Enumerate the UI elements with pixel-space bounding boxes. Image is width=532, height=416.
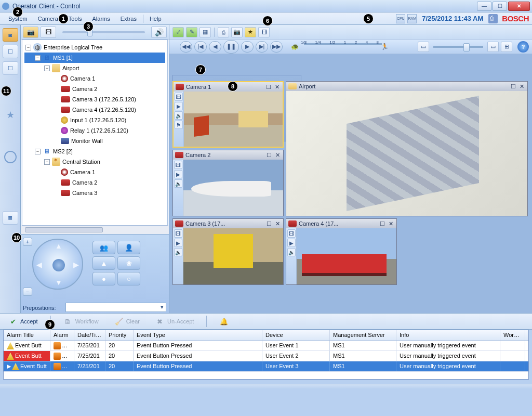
close-button[interactable] (508, 2, 530, 11)
ptz-right-icon[interactable]: ▶ (73, 261, 79, 269)
alarm-clear-button[interactable]: 🧹 Clear (111, 315, 143, 328)
tree-airport[interactable]: − Airport (24, 63, 165, 73)
col-priority[interactable]: Priority (105, 330, 134, 340)
favorite-add-icon[interactable]: ★ (245, 27, 256, 37)
tree-ms2-cam3[interactable]: Camera 3 (24, 188, 165, 198)
live-icon[interactable]: 🎞 (174, 161, 182, 169)
fullscreen-icon[interactable]: ⤢ (172, 27, 184, 37)
tree-relay1[interactable]: Relay 1 (172.26.5.120) (24, 125, 165, 136)
tree-toolbar-film-icon[interactable]: 🎞 (41, 27, 56, 38)
ptz-center[interactable] (52, 259, 65, 271)
tree-h-scrollbar[interactable] (21, 226, 169, 234)
pane-dock-icon[interactable]: ☐ (379, 220, 386, 227)
pane-dock-icon[interactable]: ☐ (510, 83, 517, 90)
video-pane-camera-2[interactable]: Camera 2 ☐✕ 🎞 ▶ 🔈 (172, 150, 284, 216)
pane-close-icon[interactable]: ✕ (387, 220, 394, 227)
print-icon[interactable] (488, 14, 498, 23)
side-tab-props[interactable]: ☐ (3, 61, 18, 75)
video-pane-camera-1[interactable]: Camera 1 ☐✕ 🎞 ▶ 🔈 ⚑ 8 (172, 81, 284, 148)
alarm-unaccept-button[interactable]: ✖ Un-Accept (152, 315, 197, 328)
col-alarm[interactable]: Alarm (50, 330, 74, 340)
step-back-button[interactable]: |◀ (194, 41, 207, 53)
pane-close-icon[interactable]: ✕ (518, 83, 525, 90)
pane-dock-icon[interactable]: ☐ (265, 220, 273, 227)
print-layout-icon[interactable]: ⎙ (218, 27, 229, 37)
col-datetime[interactable]: Date/Time (74, 330, 105, 340)
ptz-nearfocus-icon[interactable]: 👥 (92, 241, 115, 254)
collapse-icon[interactable]: − (44, 66, 50, 71)
edit-icon[interactable]: ✎ (186, 27, 197, 37)
favorites-icon[interactable]: ★ (6, 109, 15, 121)
col-event-type[interactable]: Event Type (134, 330, 262, 340)
flag-icon[interactable]: ⚑ (175, 121, 183, 129)
snapshot-icon[interactable]: 📷 (231, 27, 243, 37)
prepositions-combo[interactable] (65, 303, 166, 312)
col-info[interactable]: Info (396, 330, 500, 340)
alarm-workflow-button[interactable]: 🗎 Workflow (60, 315, 102, 328)
compass-icon[interactable] (4, 151, 17, 163)
tree-volume-slider[interactable] (62, 31, 145, 33)
tree-input1[interactable]: Input 1 (172.26.5.120) (24, 115, 165, 125)
sequence-icon[interactable]: 🎞 (258, 27, 270, 37)
tree-ms2-cam2[interactable]: Camera 2 (24, 177, 165, 188)
alarm-row[interactable]: Event Butt Acti 7/25/201 20 Event Button… (4, 341, 528, 351)
alarm-row[interactable]: Event Butt Acti 7/25/201 20 Event Button… (4, 351, 528, 361)
map-pane-airport[interactable]: Airport ☐✕ (286, 81, 528, 216)
ptz-iris-close-icon[interactable]: ❀ (117, 256, 140, 270)
record-icon[interactable]: ▶ (174, 239, 182, 247)
play-pause-button[interactable]: ❚❚ (223, 40, 239, 54)
layout-small-icon[interactable]: ▭ (418, 42, 429, 52)
collapse-icon[interactable]: − (35, 55, 41, 61)
map-image[interactable] (286, 91, 527, 216)
pane-close-icon[interactable]: ✕ (274, 152, 281, 159)
tree-monitor-wall[interactable]: Monitor Wall (24, 136, 165, 146)
tree-cam4[interactable]: Camera 4 (172.26.5.120) (24, 105, 165, 115)
alarm-accept-button[interactable]: ✔ Accept (5, 315, 41, 328)
ptz-zoom-in[interactable]: + (23, 238, 32, 246)
alarm-row-selected[interactable]: ▶Event Butt Acti 7/25/201 20 Event Butto… (4, 361, 528, 372)
collapse-icon[interactable]: − (35, 149, 41, 154)
forward-button[interactable]: ▶ (241, 41, 254, 53)
ptz-iris-open-icon[interactable]: ▲ (92, 256, 115, 270)
live-icon[interactable]: 🎞 (175, 93, 183, 101)
tree-cam1[interactable]: Camera 1 (24, 73, 165, 84)
ptz-up-icon[interactable]: ▲ (55, 242, 62, 250)
col-management-server[interactable]: Management Server (330, 330, 396, 340)
help-icon[interactable]: ? (517, 41, 529, 53)
collapse-icon[interactable]: − (25, 45, 31, 50)
ptz-down-icon[interactable]: ▼ (55, 278, 62, 287)
collapse-icon[interactable]: − (44, 159, 50, 165)
ptz-rec-icon[interactable]: ● (92, 272, 115, 285)
back-button[interactable]: ◀ (209, 41, 221, 53)
record-icon[interactable]: ▶ (175, 102, 183, 110)
ptz-zoom-out[interactable]: − (23, 288, 32, 296)
video-pane-camera-3[interactable]: Camera 3 (17... ☐✕ 🎞 ▶ 🔈 (172, 218, 284, 285)
ptz-farfocus-icon[interactable]: 👤 (117, 241, 140, 254)
add-pane-icon[interactable]: ⊞ (501, 42, 512, 52)
tree-ms2[interactable]: − 🖥 MS2 [2] (24, 146, 165, 157)
audio-icon[interactable]: 🔈 (174, 248, 182, 256)
tree-cam2[interactable]: Camera 2 (24, 84, 165, 94)
col-workflow[interactable]: Workflo (500, 330, 525, 340)
col-alarm-title[interactable]: Alarm Title (4, 330, 50, 340)
tree-central[interactable]: − Central Station (24, 157, 165, 167)
audio-icon[interactable]: 🔈 (175, 111, 183, 120)
ffwd-button[interactable]: ▶▶ (270, 41, 283, 53)
rewind-button[interactable]: ◀◀ (180, 41, 192, 53)
audio-icon[interactable]: 🔈 (174, 179, 182, 188)
side-tab-list[interactable]: ≣ (3, 211, 18, 225)
live-icon[interactable]: 🎞 (287, 229, 296, 238)
live-icon[interactable]: 🎞 (174, 229, 182, 238)
pane-dock-icon[interactable]: ☐ (265, 84, 272, 90)
pane-close-icon[interactable]: ✕ (273, 84, 281, 90)
tree-root[interactable]: − ◍ Enterprise Logical Tree (24, 42, 165, 53)
col-device[interactable]: Device (262, 330, 330, 340)
tree-toolbar-camera-icon[interactable]: 📷 (23, 27, 38, 38)
record-icon[interactable]: ▶ (174, 170, 182, 178)
pane-close-icon[interactable]: ✕ (274, 220, 281, 227)
audio-icon[interactable]: 🔈 (287, 248, 296, 256)
ptz-joystick[interactable]: ▲ ▼ ◀ ▶ (32, 239, 83, 290)
tree-cam3[interactable]: Camera 3 (172.26.5.120) (24, 94, 165, 105)
grid-icon[interactable]: ▦ (200, 27, 211, 37)
minimize-button[interactable] (477, 2, 491, 11)
